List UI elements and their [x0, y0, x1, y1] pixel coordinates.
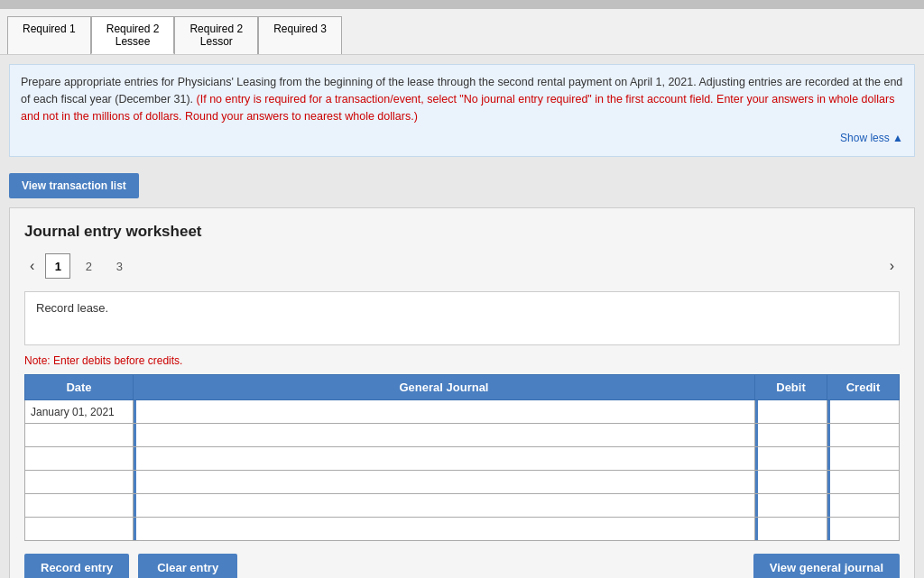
- debit-cell-2[interactable]: [755, 424, 827, 447]
- clear-entry-button[interactable]: Clear entry: [138, 554, 237, 578]
- debit-input-6[interactable]: [755, 518, 827, 540]
- general-journal-input-3[interactable]: [134, 447, 754, 470]
- general-journal-input-1[interactable]: [134, 400, 754, 423]
- prev-arrow[interactable]: ‹: [24, 256, 40, 276]
- show-less-link[interactable]: Show less ▲: [840, 132, 903, 144]
- next-arrow[interactable]: ›: [884, 256, 900, 276]
- header-date: Date: [25, 375, 134, 400]
- tabs-container: Required 1 Required 2Lessee Required 2Le…: [0, 9, 924, 55]
- general-journal-input-4[interactable]: [134, 471, 754, 493]
- table-row: [25, 447, 900, 471]
- general-journal-cell-5[interactable]: [134, 494, 755, 518]
- credit-input-5[interactable]: [827, 494, 899, 517]
- credit-input-2[interactable]: [827, 424, 899, 446]
- credit-cell-1[interactable]: [827, 400, 900, 424]
- header-debit: Debit: [755, 375, 827, 400]
- general-journal-cell-3[interactable]: [134, 447, 755, 471]
- date-cell-2: [25, 424, 134, 447]
- view-general-journal-button[interactable]: View general journal: [753, 554, 900, 578]
- worksheet-title: Journal entry worksheet: [24, 223, 900, 241]
- date-cell-4: [25, 471, 134, 494]
- page-3[interactable]: 3: [106, 253, 132, 279]
- record-entry-button[interactable]: Record entry: [24, 554, 129, 578]
- view-transaction-button[interactable]: View transaction list: [9, 173, 139, 198]
- date-cell-5: [25, 494, 134, 518]
- debit-input-3[interactable]: [755, 447, 827, 470]
- debit-cell-5[interactable]: [755, 494, 827, 518]
- debit-input-2[interactable]: [755, 424, 827, 446]
- debit-cell-4[interactable]: [755, 471, 827, 494]
- tab-required1[interactable]: Required 1: [7, 16, 91, 54]
- bottom-buttons: Record entry Clear entry View general jo…: [24, 554, 900, 578]
- general-journal-input-2[interactable]: [134, 424, 754, 446]
- table-row: [25, 424, 900, 447]
- credit-input-4[interactable]: [827, 471, 899, 493]
- credit-cell-6[interactable]: [827, 518, 900, 541]
- header-credit: Credit: [827, 375, 900, 400]
- date-cell-3: [25, 447, 134, 471]
- table-row: [25, 518, 900, 541]
- record-description-box: Record lease.: [24, 291, 900, 345]
- general-journal-cell-1[interactable]: [134, 400, 755, 424]
- debit-input-4[interactable]: [755, 471, 827, 493]
- general-journal-cell-4[interactable]: [134, 471, 755, 494]
- tab-required3[interactable]: Required 3: [258, 16, 342, 54]
- note-text: Note: Enter debits before credits.: [24, 354, 900, 367]
- credit-cell-4[interactable]: [827, 471, 900, 494]
- table-row: January 01, 2021: [25, 400, 900, 424]
- table-row: [25, 471, 900, 494]
- worksheet-container: Journal entry worksheet ‹ 1 2 3 › Record…: [9, 207, 915, 578]
- instructions-box: Prepare appropriate entries for Physicia…: [9, 64, 915, 157]
- debit-input-5[interactable]: [755, 494, 827, 517]
- credit-cell-3[interactable]: [827, 447, 900, 471]
- credit-cell-2[interactable]: [827, 424, 900, 447]
- general-journal-cell-6[interactable]: [134, 518, 755, 541]
- date-cell-6: [25, 518, 134, 541]
- general-journal-input-5[interactable]: [134, 494, 754, 517]
- table-row: [25, 494, 900, 518]
- record-description-text: Record lease.: [36, 301, 108, 315]
- pagination: ‹ 1 2 3 ›: [24, 253, 900, 279]
- tab-required2-lessor[interactable]: Required 2Lessor: [174, 16, 258, 54]
- debit-cell-6[interactable]: [755, 518, 827, 541]
- credit-input-3[interactable]: [827, 447, 899, 470]
- page-1[interactable]: 1: [45, 253, 70, 279]
- credit-cell-5[interactable]: [827, 494, 900, 518]
- debit-input-1[interactable]: [755, 400, 827, 423]
- credit-input-6[interactable]: [827, 518, 899, 540]
- top-bar: [0, 0, 924, 9]
- date-cell-1: January 01, 2021: [25, 400, 134, 424]
- credit-input-1[interactable]: [827, 400, 899, 423]
- header-general-journal: General Journal: [134, 375, 755, 400]
- tab-required2-lessee[interactable]: Required 2Lessee: [91, 16, 175, 54]
- debit-cell-3[interactable]: [755, 447, 827, 471]
- journal-table: Date General Journal Debit Credit Januar…: [24, 374, 900, 541]
- debit-cell-1[interactable]: [755, 400, 827, 424]
- general-journal-input-6[interactable]: [134, 518, 754, 540]
- general-journal-cell-2[interactable]: [134, 424, 755, 447]
- page-2[interactable]: 2: [76, 253, 101, 279]
